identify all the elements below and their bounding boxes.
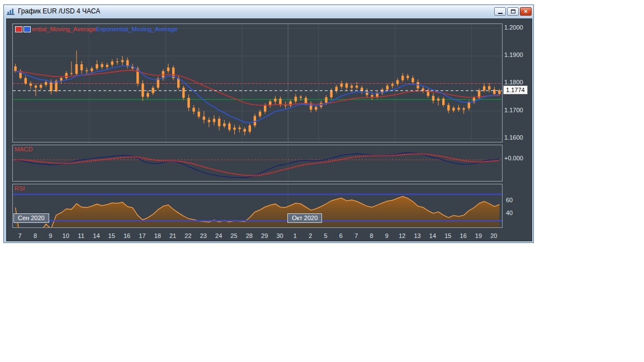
x-tick-label: 6 xyxy=(335,232,347,240)
x-tick-label: 29 xyxy=(259,232,270,240)
price-tick-label: 1.1700 xyxy=(504,107,523,114)
macd-chart-canvas xyxy=(13,145,502,181)
x-tick-label: 16 xyxy=(121,232,132,240)
x-tick-label: 19 xyxy=(473,232,484,240)
macd-panel[interactable]: MACD xyxy=(12,145,503,182)
x-tick-label: 14 xyxy=(427,232,438,240)
title-bar[interactable]: График EUR /USD 4 ЧАСА × xyxy=(4,5,533,17)
close-button[interactable]: × xyxy=(520,7,532,16)
x-tick-label: 2 xyxy=(305,232,316,240)
ema-legend: ential_Moving_Average Exponential_Moving… xyxy=(15,26,178,32)
minimize-button[interactable] xyxy=(494,7,506,16)
ema-blue-chip[interactable] xyxy=(23,26,31,32)
x-tick-label: 17 xyxy=(136,232,148,240)
rsi-tick-label: 60 xyxy=(506,197,513,204)
chart-window: График EUR /USD 4 ЧАСА × ential_Moving_A… xyxy=(3,4,534,243)
macd-label: MACD xyxy=(15,146,32,153)
macd-zero-label: +0.000 xyxy=(504,155,523,161)
rsi-label: RSI xyxy=(15,185,25,192)
chart-client-area: ential_Moving_Average Exponential_Moving… xyxy=(6,18,532,241)
x-tick-label: 10 xyxy=(60,232,72,240)
x-tick-label: 15 xyxy=(106,232,117,240)
x-tick-label: 22 xyxy=(182,232,193,240)
rsi-panel[interactable]: RSI xyxy=(12,184,503,228)
ema-red-label: ential_Moving_Average xyxy=(32,26,96,32)
x-tick-label: 9 xyxy=(45,232,56,240)
x-tick-label: 9 xyxy=(381,232,392,240)
x-tick-label: 23 xyxy=(198,232,209,240)
x-tick-label: 20 xyxy=(488,232,499,240)
x-tick-label: 12 xyxy=(396,232,408,240)
x-tick-label: 5 xyxy=(320,232,332,240)
price-panel[interactable]: ential_Moving_Average Exponential_Moving… xyxy=(12,23,503,142)
window-title: График EUR /USD 4 ЧАСА xyxy=(18,7,100,15)
x-tick-label: 7 xyxy=(351,232,362,240)
price-chart-canvas xyxy=(13,24,502,142)
minimize-icon xyxy=(498,13,503,14)
ema-red-chip[interactable] xyxy=(15,26,22,32)
window-chart-icon xyxy=(7,7,16,15)
chart-icon-svg xyxy=(7,8,15,15)
x-tick-label: 14 xyxy=(91,232,102,240)
x-tick-label: 1 xyxy=(290,232,301,240)
rsi-tick-label: 40 xyxy=(506,209,513,217)
window-controls: × xyxy=(494,7,532,16)
x-tick-label: 8 xyxy=(366,232,377,240)
x-tick-label: 8 xyxy=(30,232,41,240)
x-tick-label: 25 xyxy=(228,232,239,240)
x-tick-label: 21 xyxy=(167,232,178,240)
x-tick-label: 15 xyxy=(442,232,453,240)
maximize-icon xyxy=(511,9,515,13)
x-tick-label: 24 xyxy=(213,232,224,240)
price-tick-label: 1.1600 xyxy=(504,134,523,141)
x-tick-label: 11 xyxy=(75,232,87,240)
price-tick-label: 1.1900 xyxy=(504,51,523,59)
price-tick-label: 1.2000 xyxy=(504,24,523,31)
x-tick-label: 30 xyxy=(274,232,286,240)
x-tick-label: 13 xyxy=(412,232,423,240)
current-price-box: 1.1774 xyxy=(503,85,528,94)
ema-blue-label: Exponential_Moving_Average xyxy=(96,26,178,32)
x-tick-label: 7 xyxy=(15,232,26,240)
x-tick-label: 28 xyxy=(244,232,255,240)
close-icon: × xyxy=(524,8,527,15)
x-tick-label: 18 xyxy=(152,232,163,240)
x-tick-label: 16 xyxy=(458,232,469,240)
maximize-button[interactable] xyxy=(507,7,519,16)
rsi-chart-canvas xyxy=(13,184,502,227)
